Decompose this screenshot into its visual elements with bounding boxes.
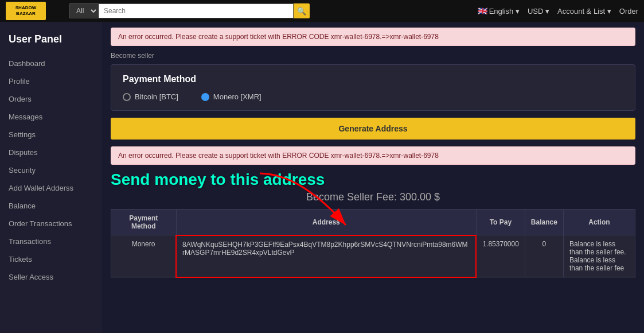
language-selector[interactable]: 🇬🇧English ▾ — [478, 6, 520, 16]
sidebar-item-dashboard[interactable]: Dashboard — [0, 55, 102, 72]
sidebar-item-transactions[interactable]: Transactions — [0, 233, 102, 250]
nav-right: 🇬🇧English ▾ USD ▾ Account & List ▾ Order — [478, 6, 638, 16]
sidebar-item-balance[interactable]: Balance — [0, 197, 102, 215]
send-money-text: Send money to this address — [111, 171, 635, 189]
sidebar-item-messages[interactable]: Messages — [0, 108, 102, 126]
currency-selector[interactable]: USD ▾ — [528, 7, 549, 16]
sidebar-item-settings[interactable]: Settings — [0, 126, 102, 144]
btc-radio[interactable] — [123, 93, 131, 101]
send-money-section: Send money to this address — [111, 171, 635, 189]
cell-to-pay: 1.85370000 — [476, 235, 525, 277]
col-to-pay: To Pay — [476, 210, 525, 235]
sidebar-item-profile[interactable]: Profile — [0, 72, 102, 90]
cell-address: 8AWqNKquSEHQH7kP3GEFff9EaPsx4BqVTM8p2Khp… — [176, 235, 476, 277]
cell-balance: 0 — [525, 235, 563, 277]
error-banner-1: An error occurred. Please create a suppo… — [111, 28, 635, 46]
main-content: An error occurred. Please create a suppo… — [102, 22, 644, 333]
search-area: All 🔍 — [69, 3, 310, 18]
address-table: Payment Method Address To Pay Balance Ac… — [111, 209, 635, 278]
payment-options-row: Bitcoin [BTC] Monero [XMR] — [123, 92, 623, 101]
sidebar: User Panel Dashboard Profile Orders Mess… — [0, 22, 102, 333]
seller-fee-text: Become Seller Fee: 300.00 $ — [111, 191, 635, 203]
xmr-option[interactable]: Monero [XMR] — [201, 92, 261, 101]
sidebar-item-order-transactions[interactable]: Order Transactions — [0, 215, 102, 233]
col-balance: Balance — [525, 210, 563, 235]
error-banner-2: An error occurred. Please create a suppo… — [111, 146, 635, 165]
col-action: Action — [563, 210, 635, 235]
sidebar-item-tickets[interactable]: Tickets — [0, 250, 102, 268]
account-menu[interactable]: Account & List ▾ — [557, 7, 611, 16]
layout: User Panel Dashboard Profile Orders Mess… — [0, 22, 644, 333]
col-payment-method: Payment Method — [111, 210, 177, 235]
payment-method-box: Payment Method Bitcoin [BTC] Monero [XMR… — [111, 64, 635, 111]
logo: SHADOW BAZAAR — [6, 2, 46, 20]
generate-address-button[interactable]: Generate Address — [111, 118, 635, 140]
search-input[interactable] — [99, 3, 294, 18]
search-button[interactable]: 🔍 — [294, 3, 310, 18]
cell-payment-method: Monero — [111, 235, 177, 277]
table-row: Monero 8AWqNKquSEHQH7kP3GEFff9EaPsx4BqVT… — [111, 235, 635, 277]
sidebar-item-security[interactable]: Security — [0, 161, 102, 179]
sidebar-item-disputes[interactable]: Disputes — [0, 144, 102, 161]
sidebar-item-seller-access[interactable]: Seller Access — [0, 268, 102, 286]
order-link[interactable]: Order — [619, 7, 638, 16]
btc-option[interactable]: Bitcoin [BTC] — [123, 92, 178, 101]
table-header-row: Payment Method Address To Pay Balance Ac… — [111, 210, 635, 235]
btc-label: Bitcoin [BTC] — [135, 92, 178, 101]
col-address: Address — [176, 210, 476, 235]
sidebar-item-orders[interactable]: Orders — [0, 90, 102, 108]
search-category-select[interactable]: All — [69, 3, 99, 18]
cell-action: Balance is less than the seller fee. Bal… — [563, 235, 635, 277]
payment-method-title: Payment Method — [123, 74, 623, 84]
become-seller-label: Become seller — [111, 52, 635, 60]
sidebar-item-add-wallet[interactable]: Add Wallet Adderss — [0, 179, 102, 197]
top-nav: SHADOW BAZAAR All 🔍 🇬🇧English ▾ USD ▾ Ac… — [0, 0, 644, 22]
xmr-radio[interactable] — [201, 93, 209, 101]
xmr-label: Monero [XMR] — [213, 92, 261, 101]
sidebar-title: User Panel — [0, 28, 102, 55]
